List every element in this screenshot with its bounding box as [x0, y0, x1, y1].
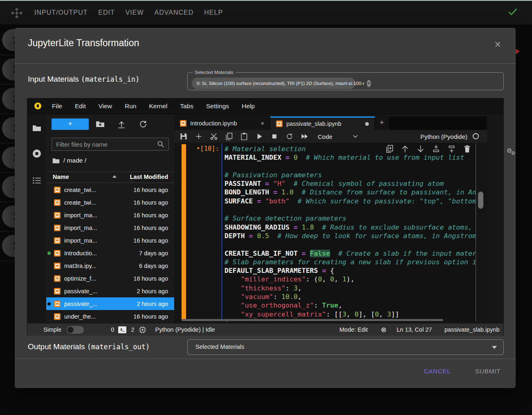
tab-close-icon[interactable]: × [260, 120, 264, 127]
cut-icon[interactable] [210, 132, 218, 141]
kernel-dot-slot [47, 264, 51, 268]
run-all-icon[interactable] [301, 132, 309, 141]
lightbulb-icon[interactable] [34, 103, 41, 109]
insert-below-icon[interactable] [447, 145, 456, 153]
statusbar-filename: passivate_slab.ipynb [444, 326, 500, 333]
row-separator [0, 84, 16, 85]
file-row[interactable]: optimize_f...18 hours ago [46, 272, 174, 285]
file-row[interactable]: import_ma...16 hours ago [46, 221, 174, 234]
settings-gears-icon[interactable]: ⚙⚙ [507, 147, 516, 154]
tab-introduction-ipynb[interactable]: Introduction.ipynb× [174, 116, 270, 130]
jupyter-menu-view[interactable]: View [99, 103, 112, 110]
terminal-icon[interactable]: $_ [118, 326, 126, 333]
file-name: passivate_... [64, 301, 137, 307]
selected-materials-field[interactable]: Selected Materials 0: Si, Silicon (100) … [187, 70, 504, 90]
paste-icon[interactable] [240, 132, 248, 141]
kernel-chip-icon[interactable] [139, 326, 146, 334]
file-row[interactable]: mat3ra.ipy...6 days ago [46, 259, 174, 272]
delete-cell-icon[interactable] [463, 145, 471, 153]
trust-shield-icon[interactable]: ⊗ [381, 326, 386, 334]
cursor-position[interactable]: Ln 13, Col 27 [397, 326, 432, 333]
jupyter-menu-tabs[interactable]: Tabs [180, 103, 193, 110]
tab-label: passivate_slab.ipynb [286, 120, 341, 127]
app-menu-help[interactable]: HELP [204, 9, 223, 16]
file-modified-time: 16 hours ago [133, 199, 168, 206]
notebook-content[interactable]: •[10]: # Material selectionMATERIAL_INDE… [174, 143, 487, 321]
table-of-contents-icon[interactable] [32, 176, 42, 185]
app-menu-advanced[interactable]: ADVANCED [155, 9, 194, 16]
app-menubar: INPUT/OUTPUTEDITVIEWADVANCEDHELP [0, 1, 532, 25]
file-row[interactable]: passivate_...2 hours ago [46, 297, 174, 310]
running-sessions-icon[interactable] [32, 149, 42, 158]
new-tab-button[interactable]: + [375, 116, 389, 130]
notebook-file-icon [54, 187, 61, 193]
stop-icon[interactable] [270, 132, 278, 141]
app-logo-icon[interactable] [11, 7, 25, 18]
mode-indicator[interactable]: Mode: Edit [339, 326, 368, 333]
upload-icon[interactable] [117, 119, 126, 129]
app-menu-view[interactable]: VIEW [126, 9, 144, 16]
kernel-running-dot [47, 302, 51, 306]
move-down-icon[interactable] [416, 145, 425, 153]
duplicate-cell-icon[interactable] [385, 145, 394, 153]
cell-type-select[interactable]: Code [318, 133, 332, 140]
breadcrumb[interactable]: / made / [52, 157, 86, 164]
file-browser-icon[interactable] [32, 123, 42, 133]
file-row[interactable]: create_twi...16 hours ago [46, 183, 174, 196]
kernel-status-icon[interactable] [473, 133, 479, 139]
file-row[interactable]: passivate_...2 hours ago [46, 285, 174, 297]
file-row[interactable]: import_ma...16 hours ago [46, 209, 174, 221]
new-folder-icon[interactable] [95, 119, 105, 129]
file-row[interactable]: import_ma...16 hours ago [46, 234, 174, 247]
column-name[interactable]: Name [53, 174, 69, 180]
jupyter-menu-settings[interactable]: Settings [206, 103, 229, 110]
jupyter-menu-run[interactable]: Run [125, 103, 136, 110]
copy-icon[interactable] [225, 132, 233, 141]
jupyter-menu-edit[interactable]: Edit [75, 103, 86, 110]
close-icon[interactable]: × [494, 40, 501, 49]
horizontal-scrollbar[interactable] [182, 319, 443, 321]
column-last-modified[interactable]: Last Modified [130, 174, 168, 180]
code-line: CREATE_SLAB_IF_NOT = False # Create a sl… [224, 249, 476, 258]
insert-above-icon[interactable] [432, 145, 440, 153]
chip-remove-icon[interactable]: ✕ [367, 80, 371, 87]
insert-cell-icon[interactable] [195, 132, 203, 141]
material-chip[interactable]: 0: Si, Silicon (100) surface (reconstruc… [192, 78, 355, 89]
chevron-down-icon[interactable] [492, 346, 497, 349]
filter-files-input[interactable]: Filter files by name [52, 138, 169, 151]
run-icon[interactable] [255, 132, 263, 141]
file-list-header[interactable]: Name Last Modified [46, 172, 174, 183]
chevron-down-icon[interactable] [351, 132, 359, 141]
file-row[interactable]: under_the...16 hours ago [46, 310, 174, 323]
sort-ascending-icon [112, 175, 117, 178]
kernel-status-text[interactable]: Python (Pyodide) | Idle [155, 326, 215, 333]
app-menu-input-output[interactable]: INPUT/OUTPUT [34, 9, 88, 16]
output-materials-select[interactable]: Selected Materials [187, 339, 504, 355]
file-modified-time: 6 days ago [139, 263, 168, 269]
jupyter-menu-help[interactable]: Help [242, 103, 255, 110]
breadcrumb-path: / made / [63, 157, 86, 164]
check-icon[interactable] [507, 7, 518, 17]
notebook-file-icon [54, 237, 61, 244]
move-up-icon[interactable] [401, 145, 409, 153]
file-name: create_twi... [64, 187, 133, 193]
submit-button[interactable]: SUBMIT [475, 368, 501, 375]
simple-mode-toggle[interactable] [67, 326, 84, 334]
restart-kernel-icon[interactable] [285, 132, 294, 141]
refresh-icon[interactable] [138, 119, 148, 129]
code-editor[interactable]: # Material selectionMATERIAL_INDEX = 0 #… [222, 143, 476, 321]
file-row[interactable]: Introductio...7 days ago [46, 247, 174, 259]
save-icon[interactable] [180, 132, 188, 141]
vertical-scrollbar[interactable] [478, 192, 483, 209]
jupyter-menu-kernel[interactable]: Kernel [149, 103, 167, 110]
output-select-placeholder: Selected Materials [195, 344, 244, 350]
kernel-name[interactable]: Python (Pyodide) [420, 133, 467, 140]
tab-passivate_slab-ipynb[interactable]: passivate_slab.ipynb [270, 116, 375, 130]
new-launcher-button[interactable]: + [52, 118, 89, 130]
unsaved-dot-icon[interactable] [365, 122, 369, 126]
app-menu-edit[interactable]: EDIT [98, 9, 114, 16]
jupyter-menu-file[interactable]: File [52, 103, 62, 110]
file-modified-time: 7 days ago [139, 250, 168, 257]
file-row[interactable]: create_twi...16 hours ago [46, 196, 174, 209]
cancel-button[interactable]: CANCEL [424, 368, 451, 375]
